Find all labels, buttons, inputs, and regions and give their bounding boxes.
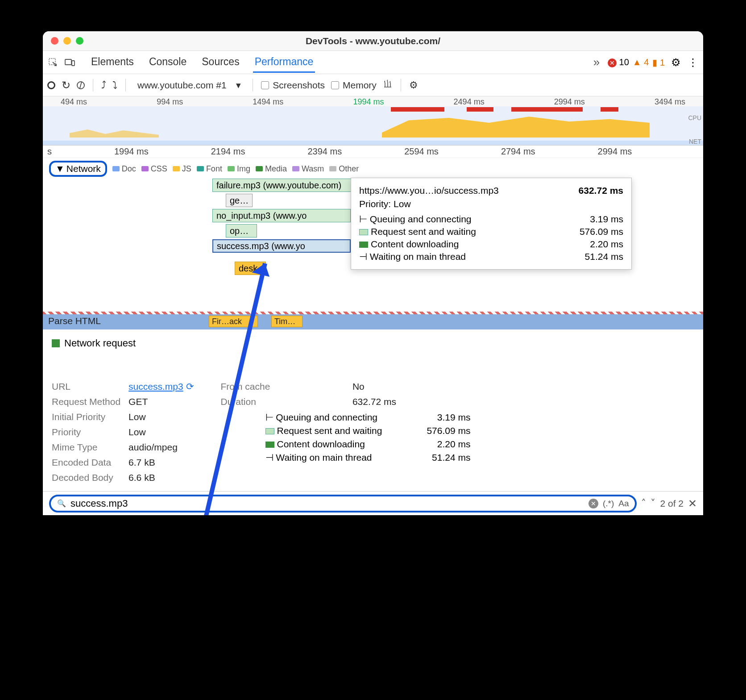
clear-search-icon[interactable]: ✕ [589,499,598,508]
regex-toggle[interactable]: (.*) [603,499,614,508]
next-match-button[interactable]: ˅ [651,498,655,509]
flame-block[interactable]: Fir…ack [209,316,258,327]
reload-record-button[interactable]: ↻ [62,79,70,92]
detail-ruler[interactable]: s 1994 ms 2194 ms 2394 ms 2594 ms 2794 m… [43,146,703,158]
more-tabs-icon[interactable]: » [591,57,602,68]
device-mode-icon[interactable] [64,57,76,68]
screenshots-checkbox[interactable]: Screenshots [261,80,325,91]
tab-performance[interactable]: Performance [253,52,315,73]
request-bar-success[interactable]: success.mp3 (www.yo [212,239,351,253]
retry-icon[interactable]: ⟳ [186,381,194,392]
overview-tick: 3494 ms [655,97,685,107]
tab-console[interactable]: Console [147,52,188,73]
case-toggle[interactable]: Aa [618,499,629,508]
upload-icon[interactable]: ⤴ [101,79,106,91]
kebab-menu-icon[interactable]: ⋮ [687,57,699,68]
download-icon[interactable]: ⤵ [112,79,117,91]
close-search-button[interactable]: ✕ [688,497,697,510]
timeline-overview[interactable]: 494 ms 994 ms 1494 ms 1994 ms 2494 ms 29… [43,96,703,146]
request-tooltip: https://www.you…io/success.mp3632.72 ms … [351,178,632,270]
overview-tick: 1494 ms [253,97,283,107]
overview-tick: 994 ms [157,97,183,107]
close-window-button[interactable] [51,37,58,45]
tab-elements[interactable]: Elements [89,52,136,73]
overview-tick: 494 ms [61,97,87,107]
warning-badge[interactable]: ▲ 4 [633,57,649,67]
garbage-collect-icon[interactable] [383,79,393,91]
parse-html-block[interactable]: Parse HTML [48,316,173,328]
recording-selector[interactable]: www.youtube.com #1 ▾ [134,79,245,92]
main-toolbar: Elements Console Sources Performance » ✕… [43,51,703,74]
overview-tick: 1994 ms [353,97,384,107]
issues-badge[interactable]: ▮ 1 [652,57,665,68]
overview-tick: 2494 ms [454,97,485,107]
request-bar-desk[interactable]: desk [235,262,266,275]
overview-tick: 2994 ms [554,97,585,107]
memory-checkbox[interactable]: Memory [331,80,377,91]
request-bar-op[interactable]: op… [226,224,257,238]
prev-match-button[interactable]: ˄ [641,498,646,509]
window-title: DevTools - www.youtube.com/ [306,36,440,46]
flame-block[interactable]: Tim… [271,316,303,327]
record-button[interactable] [47,81,55,89]
match-count: 2 of 2 [660,498,684,509]
request-bar-noinput[interactable]: no_input.mp3 (www.yo [212,209,351,222]
devtools-window: DevTools - www.youtube.com/ Elements Con… [43,31,703,515]
cpu-label: CPU [688,114,701,121]
summary-url-link[interactable]: success.mp3 [128,381,183,392]
summary-title: Network request [52,338,694,349]
network-track: ▼ Network Doc CSS JS Font Img Media Wasm… [43,158,703,305]
error-badge[interactable]: ✕ 10 [608,57,629,67]
inspect-icon[interactable] [47,57,59,68]
settings-icon[interactable]: ⚙ [670,57,682,68]
summary-panel: Network request URLsuccess.mp3 ⟳ Request… [43,329,703,491]
capture-settings-icon[interactable]: ⚙ [409,79,418,91]
svg-rect-1 [65,59,71,65]
maximize-window-button[interactable] [76,37,83,45]
performance-toolbar: ↻ / ⤴ ⤵ www.youtube.com #1 ▾ Screenshots… [43,74,703,96]
request-bar-ge[interactable]: ge… [226,194,253,207]
net-label: NET [689,138,701,145]
tab-sources[interactable]: Sources [200,52,241,73]
svg-rect-2 [72,61,75,66]
search-input[interactable] [70,498,584,509]
search-bar: 🔍 ✕ (.*) Aa ˄ ˅ 2 of 2 ✕ [43,491,703,515]
network-track-label[interactable]: ▼ Network [49,161,107,177]
clear-button[interactable]: / [77,80,85,91]
minimize-window-button[interactable] [63,37,71,45]
search-icon: 🔍 [57,499,66,508]
titlebar: DevTools - www.youtube.com/ [43,31,703,51]
